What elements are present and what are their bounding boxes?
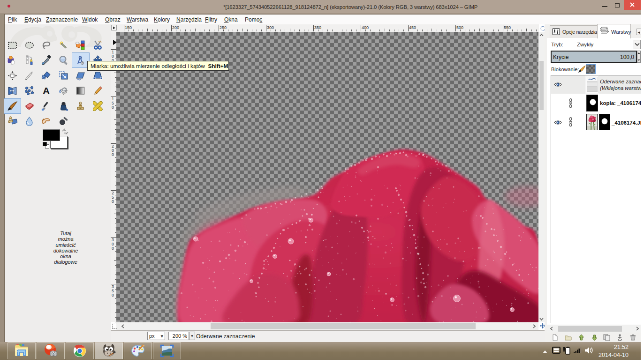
svg-text:A: A — [43, 86, 50, 96]
